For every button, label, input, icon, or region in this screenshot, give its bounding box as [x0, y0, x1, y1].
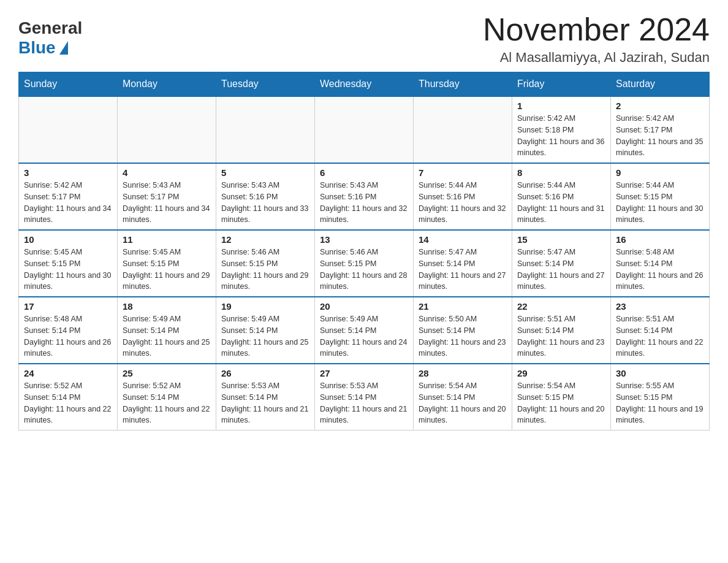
calendar-cell: 28Sunrise: 5:54 AMSunset: 5:14 PMDayligh…	[414, 364, 512, 431]
calendar-cell: 24Sunrise: 5:52 AMSunset: 5:14 PMDayligh…	[19, 364, 118, 431]
day-info: Sunrise: 5:48 AMSunset: 5:14 PMDaylight:…	[24, 313, 112, 359]
day-number: 14	[419, 234, 507, 245]
day-number: 20	[320, 301, 408, 312]
day-info: Sunrise: 5:44 AMSunset: 5:16 PMDaylight:…	[419, 180, 507, 226]
header-day-monday: Monday	[118, 72, 216, 97]
day-number: 6	[320, 167, 408, 178]
day-info: Sunrise: 5:46 AMSunset: 5:15 PMDaylight:…	[320, 247, 408, 293]
logo-triangle-icon	[59, 41, 68, 55]
location-title: Al Masallamiyya, Al Jazirah, Sudan	[483, 50, 710, 66]
day-number: 9	[616, 167, 704, 178]
day-number: 16	[616, 234, 704, 245]
day-number: 24	[24, 368, 112, 378]
calendar-cell: 7Sunrise: 5:44 AMSunset: 5:16 PMDaylight…	[414, 163, 512, 230]
day-info: Sunrise: 5:53 AMSunset: 5:14 PMDaylight:…	[320, 380, 408, 426]
calendar-cell: 26Sunrise: 5:53 AMSunset: 5:14 PMDayligh…	[216, 364, 315, 431]
calendar-cell	[315, 96, 414, 163]
calendar-cell: 15Sunrise: 5:47 AMSunset: 5:14 PMDayligh…	[512, 230, 611, 297]
day-number: 12	[221, 234, 309, 245]
day-number: 7	[419, 167, 507, 178]
day-number: 3	[24, 167, 112, 178]
day-info: Sunrise: 5:43 AMSunset: 5:17 PMDaylight:…	[123, 180, 211, 226]
header-day-thursday: Thursday	[414, 72, 512, 97]
logo-general-text: General	[18, 18, 82, 38]
calendar-cell	[19, 96, 118, 163]
calendar-cell: 16Sunrise: 5:48 AMSunset: 5:14 PMDayligh…	[611, 230, 710, 297]
day-info: Sunrise: 5:49 AMSunset: 5:14 PMDaylight:…	[123, 313, 211, 359]
header-day-friday: Friday	[512, 72, 611, 97]
calendar-cell: 5Sunrise: 5:43 AMSunset: 5:16 PMDaylight…	[216, 163, 315, 230]
day-info: Sunrise: 5:42 AMSunset: 5:17 PMDaylight:…	[616, 113, 704, 159]
calendar-cell: 25Sunrise: 5:52 AMSunset: 5:14 PMDayligh…	[118, 364, 216, 431]
logo: General Blue	[18, 18, 82, 58]
calendar-cell	[414, 96, 512, 163]
calendar-cell: 12Sunrise: 5:46 AMSunset: 5:15 PMDayligh…	[216, 230, 315, 297]
calendar-cell: 27Sunrise: 5:53 AMSunset: 5:14 PMDayligh…	[315, 364, 414, 431]
calendar-cell: 19Sunrise: 5:49 AMSunset: 5:14 PMDayligh…	[216, 297, 315, 364]
day-number: 8	[517, 167, 605, 178]
calendar-cell: 8Sunrise: 5:44 AMSunset: 5:16 PMDaylight…	[512, 163, 611, 230]
day-number: 13	[320, 234, 408, 245]
day-number: 15	[517, 234, 605, 245]
week-row-3: 10Sunrise: 5:45 AMSunset: 5:15 PMDayligh…	[19, 230, 710, 297]
calendar-cell: 13Sunrise: 5:46 AMSunset: 5:15 PMDayligh…	[315, 230, 414, 297]
day-number: 26	[221, 368, 309, 378]
day-info: Sunrise: 5:52 AMSunset: 5:14 PMDaylight:…	[123, 380, 211, 426]
calendar-cell: 3Sunrise: 5:42 AMSunset: 5:17 PMDaylight…	[19, 163, 118, 230]
day-info: Sunrise: 5:42 AMSunset: 5:18 PMDaylight:…	[517, 113, 605, 159]
day-info: Sunrise: 5:55 AMSunset: 5:15 PMDaylight:…	[616, 380, 704, 426]
calendar-cell: 18Sunrise: 5:49 AMSunset: 5:14 PMDayligh…	[118, 297, 216, 364]
calendar-cell: 20Sunrise: 5:49 AMSunset: 5:14 PMDayligh…	[315, 297, 414, 364]
day-number: 29	[517, 368, 605, 378]
day-info: Sunrise: 5:44 AMSunset: 5:15 PMDaylight:…	[616, 180, 704, 226]
week-row-1: 1Sunrise: 5:42 AMSunset: 5:18 PMDaylight…	[19, 96, 710, 163]
calendar-header-row: SundayMondayTuesdayWednesdayThursdayFrid…	[19, 72, 710, 97]
day-number: 21	[419, 301, 507, 312]
calendar-cell: 9Sunrise: 5:44 AMSunset: 5:15 PMDaylight…	[611, 163, 710, 230]
day-info: Sunrise: 5:54 AMSunset: 5:14 PMDaylight:…	[419, 380, 507, 426]
calendar-cell: 21Sunrise: 5:50 AMSunset: 5:14 PMDayligh…	[414, 297, 512, 364]
day-number: 19	[221, 301, 309, 312]
calendar-cell: 23Sunrise: 5:51 AMSunset: 5:14 PMDayligh…	[611, 297, 710, 364]
day-info: Sunrise: 5:52 AMSunset: 5:14 PMDaylight:…	[24, 380, 112, 426]
day-number: 4	[123, 167, 211, 178]
day-info: Sunrise: 5:51 AMSunset: 5:14 PMDaylight:…	[616, 313, 704, 359]
day-info: Sunrise: 5:46 AMSunset: 5:15 PMDaylight:…	[221, 247, 309, 293]
calendar-cell: 10Sunrise: 5:45 AMSunset: 5:15 PMDayligh…	[19, 230, 118, 297]
header: General Blue November 2024 Al Masallamiy…	[18, 12, 710, 66]
day-info: Sunrise: 5:48 AMSunset: 5:14 PMDaylight:…	[616, 247, 704, 293]
day-info: Sunrise: 5:45 AMSunset: 5:15 PMDaylight:…	[123, 247, 211, 293]
calendar-cell: 4Sunrise: 5:43 AMSunset: 5:17 PMDaylight…	[118, 163, 216, 230]
day-info: Sunrise: 5:44 AMSunset: 5:16 PMDaylight:…	[517, 180, 605, 226]
title-area: November 2024 Al Masallamiyya, Al Jazira…	[483, 12, 710, 66]
day-number: 18	[123, 301, 211, 312]
calendar-cell	[216, 96, 315, 163]
day-info: Sunrise: 5:51 AMSunset: 5:14 PMDaylight:…	[517, 313, 605, 359]
calendar-cell: 30Sunrise: 5:55 AMSunset: 5:15 PMDayligh…	[611, 364, 710, 431]
calendar-cell: 2Sunrise: 5:42 AMSunset: 5:17 PMDaylight…	[611, 96, 710, 163]
day-number: 10	[24, 234, 112, 245]
week-row-4: 17Sunrise: 5:48 AMSunset: 5:14 PMDayligh…	[19, 297, 710, 364]
day-info: Sunrise: 5:47 AMSunset: 5:14 PMDaylight:…	[517, 247, 605, 293]
day-info: Sunrise: 5:53 AMSunset: 5:14 PMDaylight:…	[221, 380, 309, 426]
calendar-table: SundayMondayTuesdayWednesdayThursdayFrid…	[18, 72, 710, 431]
day-number: 1	[517, 101, 605, 111]
logo-blue-text: Blue	[18, 38, 68, 58]
calendar-cell: 29Sunrise: 5:54 AMSunset: 5:15 PMDayligh…	[512, 364, 611, 431]
day-number: 17	[24, 301, 112, 312]
calendar-cell: 1Sunrise: 5:42 AMSunset: 5:18 PMDaylight…	[512, 96, 611, 163]
calendar-cell: 11Sunrise: 5:45 AMSunset: 5:15 PMDayligh…	[118, 230, 216, 297]
week-row-5: 24Sunrise: 5:52 AMSunset: 5:14 PMDayligh…	[19, 364, 710, 431]
day-info: Sunrise: 5:42 AMSunset: 5:17 PMDaylight:…	[24, 180, 112, 226]
calendar-cell: 22Sunrise: 5:51 AMSunset: 5:14 PMDayligh…	[512, 297, 611, 364]
header-day-sunday: Sunday	[19, 72, 118, 97]
day-info: Sunrise: 5:43 AMSunset: 5:16 PMDaylight:…	[320, 180, 408, 226]
day-number: 27	[320, 368, 408, 378]
day-number: 11	[123, 234, 211, 245]
week-row-2: 3Sunrise: 5:42 AMSunset: 5:17 PMDaylight…	[19, 163, 710, 230]
day-number: 25	[123, 368, 211, 378]
month-title: November 2024	[483, 12, 710, 47]
day-info: Sunrise: 5:47 AMSunset: 5:14 PMDaylight:…	[419, 247, 507, 293]
calendar-cell: 6Sunrise: 5:43 AMSunset: 5:16 PMDaylight…	[315, 163, 414, 230]
day-info: Sunrise: 5:43 AMSunset: 5:16 PMDaylight:…	[221, 180, 309, 226]
